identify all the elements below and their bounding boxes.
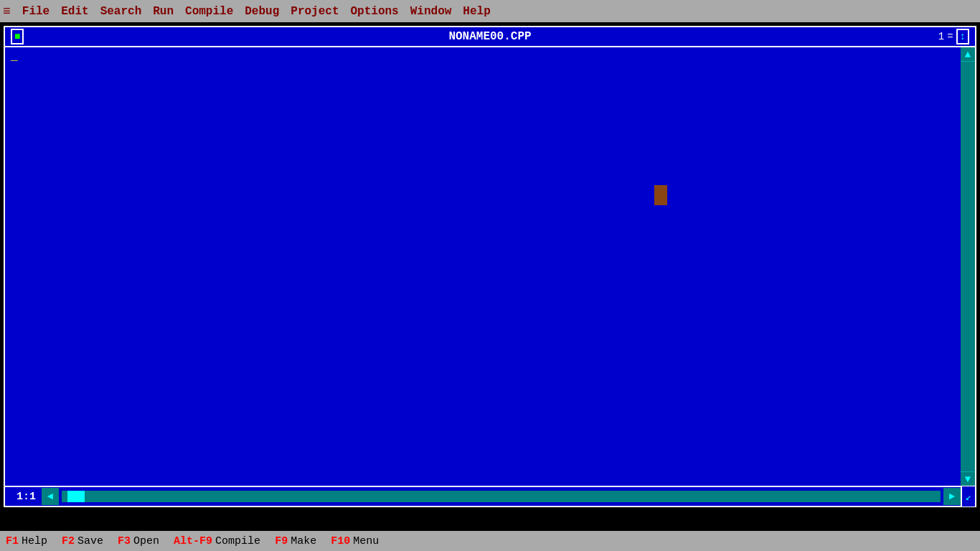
menu-item-options[interactable]: Options [351, 5, 399, 18]
menu-item-debug[interactable]: Debug [245, 5, 279, 18]
fkey-label-compile: Compile [215, 535, 260, 547]
menu-item-run[interactable]: Run [153, 5, 174, 18]
function-bar: F1 Help F2 Save F3 Open Alt-F9 Compile F… [0, 531, 980, 551]
fkey-altf9[interactable]: Alt-F9 [174, 535, 212, 547]
hscroll-right-button[interactable]: ► [943, 488, 961, 505]
editor-window-title: NONAME00.CPP [448, 30, 531, 43]
menu-item-edit[interactable]: Edit [61, 5, 88, 18]
close-button[interactable]: ■ [11, 29, 24, 44]
editor-titlebar: ■ NONAME00.CPP 1 = ↕ [5, 27, 975, 47]
editor-window[interactable]: ■ NONAME00.CPP 1 = ↕ _ ▲ ▼ 1:1 ◄ [4, 26, 976, 507]
fkey-f2[interactable]: F2 [62, 535, 75, 547]
fkey-f3[interactable]: F3 [118, 535, 131, 547]
menu-item-project[interactable]: Project [291, 5, 339, 18]
editor-content[interactable]: _ [5, 47, 961, 486]
menu-item-help[interactable]: Help [463, 5, 490, 18]
menu-item-compile[interactable]: Compile [185, 5, 233, 18]
fkey-label-save: Save [77, 535, 103, 547]
resize-corner[interactable]: ↙ [961, 486, 975, 507]
position-display: 1:1 [5, 491, 42, 503]
fkey-f9[interactable]: F9 [275, 535, 288, 547]
editor-container: ■ NONAME00.CPP 1 = ↕ _ ▲ ▼ 1:1 ◄ [0, 22, 980, 511]
zoom-button[interactable]: ↕ [956, 29, 969, 44]
window-number: 1 [938, 31, 944, 42]
window-controls: 1 = ↕ [938, 29, 969, 44]
cursor-indicator: _ [11, 50, 955, 63]
vertical-scrollbar[interactable]: ▲ ▼ [961, 47, 975, 486]
scroll-up-button[interactable]: ▲ [961, 47, 975, 62]
menu-bar: ≡ File Edit Search Run Compile Debug Pro… [0, 0, 980, 22]
menu-item-file[interactable]: File [22, 5, 50, 18]
hscroll-left-button[interactable]: ◄ [42, 488, 59, 505]
horizontal-scrollbar-thumb[interactable] [67, 491, 85, 502]
system-menu-icon[interactable]: ≡ [3, 4, 11, 19]
scroll-thumb-area[interactable] [961, 62, 975, 471]
mouse-cursor-indicator [654, 185, 667, 205]
fkey-label-help: Help [22, 535, 47, 547]
fkey-label-make: Make [291, 535, 316, 547]
menu-item-search[interactable]: Search [100, 5, 142, 18]
fkey-label-open: Open [133, 535, 159, 547]
fkey-f1[interactable]: F1 [6, 535, 19, 547]
editor-statusbar: 1:1 ◄ ► ↙ [5, 486, 975, 506]
menu-item-window[interactable]: Window [410, 5, 452, 18]
horizontal-scrollbar-track[interactable] [62, 491, 941, 502]
scroll-down-button[interactable]: ▼ [961, 471, 975, 486]
fkey-label-menu: Menu [353, 535, 379, 547]
fkey-f10[interactable]: F10 [331, 535, 350, 547]
